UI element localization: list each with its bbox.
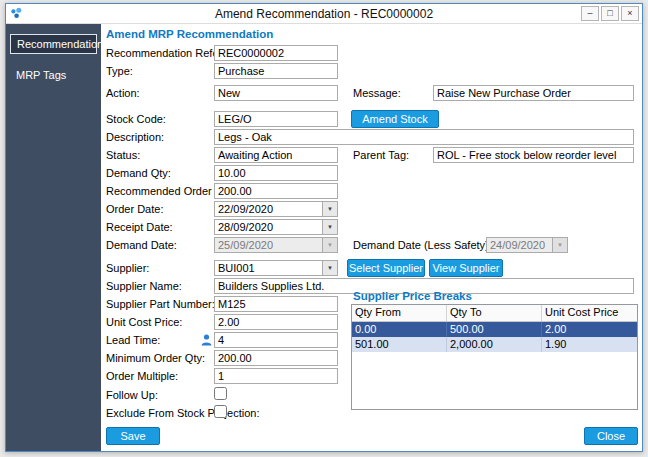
order-multiple-input[interactable] — [214, 368, 338, 384]
price-breaks-header-row: Qty From Qty To Unit Cost Price — [352, 305, 637, 322]
amend-stock-button[interactable]: Amend Stock — [351, 110, 439, 128]
sidebar: Recommendation MRP Tags — [6, 24, 101, 451]
exclude-from-stock-projection-checkbox[interactable] — [214, 405, 227, 418]
chevron-down-icon: ▼ — [552, 238, 567, 252]
column-header-unit-cost-price: Unit Cost Price — [542, 305, 637, 321]
message-input[interactable] — [433, 85, 634, 101]
demand-date-less-safety-value: 24/09/2020 — [490, 239, 550, 252]
person-icon — [201, 334, 212, 348]
status-label: Status: — [106, 149, 140, 161]
cell-unit-cost-price: 2.00 — [542, 322, 637, 337]
action-input[interactable] — [214, 85, 338, 101]
reference-input[interactable] — [214, 45, 338, 61]
sidebar-item-mrp-tags[interactable]: MRP Tags — [10, 66, 97, 86]
type-input[interactable] — [214, 63, 338, 79]
window-title: Amend Recommendation - REC0000002 — [6, 7, 642, 21]
supplier-label: Supplier: — [106, 262, 149, 274]
parent-tag-label: Parent Tag: — [353, 149, 409, 161]
lead-time-label: Lead Time: — [106, 334, 160, 346]
demand-date-less-safety-combobox: 24/09/2020 ▼ — [486, 237, 568, 253]
receipt-date-combobox[interactable]: 28/09/2020 ▼ — [214, 219, 338, 235]
order-date-combobox[interactable]: 22/09/2020 ▼ — [214, 201, 338, 217]
cell-qty-from: 501.00 — [352, 337, 447, 352]
minimum-order-qty-input[interactable] — [214, 350, 338, 366]
title-bar: Amend Recommendation - REC0000002 – □ × — [6, 4, 642, 24]
stock-code-label: Stock Code: — [106, 113, 166, 125]
chevron-down-icon: ▼ — [322, 238, 337, 252]
close-window-button[interactable]: × — [621, 6, 639, 21]
column-header-qty-to: Qty To — [447, 305, 542, 321]
recommended-order-qty-input[interactable] — [214, 183, 338, 199]
price-breaks-table: Qty From Qty To Unit Cost Price 0.00 500… — [351, 304, 638, 410]
maximize-button[interactable]: □ — [601, 6, 619, 21]
minimum-order-qty-label: Minimum Order Qty: — [106, 352, 205, 364]
demand-date-less-safety-label: Demand Date (Less Safety): — [353, 239, 492, 251]
parent-tag-input[interactable] — [433, 147, 634, 163]
sidebar-item-recommendation[interactable]: Recommendation — [10, 34, 97, 54]
demand-date-value: 25/09/2020 — [218, 239, 320, 252]
save-button[interactable]: Save — [106, 427, 160, 445]
chevron-down-icon[interactable]: ▼ — [322, 261, 337, 275]
supplier-value: BUI001 — [218, 262, 320, 275]
chevron-down-icon[interactable]: ▼ — [322, 220, 337, 234]
stock-code-input[interactable] — [214, 111, 338, 127]
cell-unit-cost-price: 1.90 — [542, 337, 637, 352]
cell-qty-from: 0.00 — [352, 322, 447, 337]
status-input[interactable] — [214, 147, 338, 163]
view-supplier-button[interactable]: View Supplier — [429, 259, 503, 277]
select-supplier-button[interactable]: Select Supplier — [347, 259, 425, 277]
supplier-combobox[interactable]: BUI001 ▼ — [214, 260, 338, 276]
close-button[interactable]: Close — [584, 427, 638, 445]
lead-time-input[interactable] — [214, 332, 338, 348]
message-label: Message: — [353, 87, 401, 99]
demand-qty-label: Demand Qty: — [106, 167, 171, 179]
description-input[interactable] — [214, 129, 634, 145]
action-label: Action: — [106, 87, 140, 99]
unit-cost-price-label: Unit Cost Price: — [106, 316, 182, 328]
exclude-from-stock-projection-label: Exclude From Stock Projection: — [106, 407, 259, 419]
demand-date-label: Demand Date: — [106, 239, 177, 251]
table-row[interactable]: 0.00 500.00 2.00 — [352, 322, 637, 337]
minimize-button[interactable]: – — [581, 6, 599, 21]
dialog-window: Amend Recommendation - REC0000002 – □ × … — [5, 3, 643, 452]
follow-up-checkbox[interactable] — [214, 387, 227, 400]
price-breaks-heading: Supplier Price Breaks — [353, 290, 472, 302]
cell-qty-to: 2,000.00 — [447, 337, 542, 352]
chevron-down-icon[interactable]: ▼ — [322, 202, 337, 216]
page-title: Amend MRP Recommendation — [106, 28, 273, 40]
table-row[interactable]: 501.00 2,000.00 1.90 — [352, 337, 637, 352]
column-header-qty-from: Qty From — [352, 305, 447, 321]
order-date-value: 22/09/2020 — [218, 203, 320, 216]
cell-qty-to: 500.00 — [447, 322, 542, 337]
description-label: Description: — [106, 131, 164, 143]
receipt-date-label: Receipt Date: — [106, 221, 173, 233]
supplier-name-label: Supplier Name: — [106, 280, 182, 292]
supplier-part-number-label: Supplier Part Number: — [106, 298, 215, 310]
type-label: Type: — [106, 65, 133, 77]
order-multiple-label: Order Multiple: — [106, 370, 178, 382]
demand-qty-input[interactable] — [214, 165, 338, 181]
supplier-part-number-input[interactable] — [214, 296, 338, 312]
order-date-label: Order Date: — [106, 203, 163, 215]
unit-cost-price-input[interactable] — [214, 314, 338, 330]
window-controls: – □ × — [581, 6, 639, 21]
receipt-date-value: 28/09/2020 — [218, 221, 320, 234]
demand-date-combobox: 25/09/2020 ▼ — [214, 237, 338, 253]
follow-up-label: Follow Up: — [106, 389, 158, 401]
